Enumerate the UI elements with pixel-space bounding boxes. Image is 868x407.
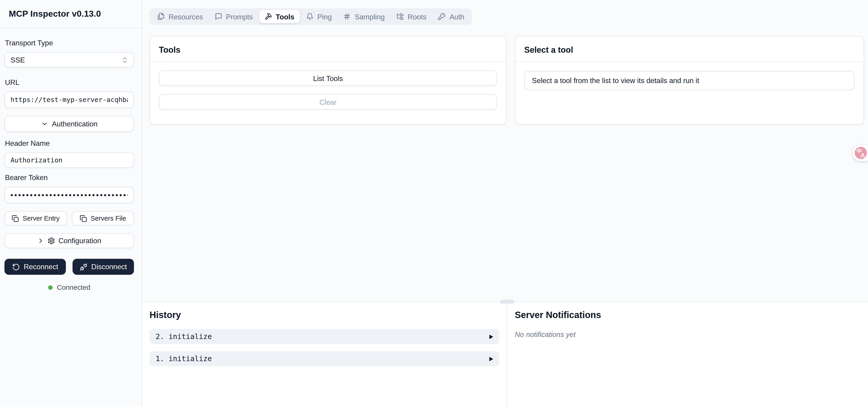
bottom-pane: History 2. initialize 1. initialize Serv… — [142, 302, 868, 407]
chevron-down-icon — [41, 120, 48, 127]
translate-icon: 中 A — [855, 147, 867, 159]
tab-ping[interactable]: Ping — [301, 10, 337, 23]
connection-status: Connected — [4, 284, 134, 291]
rotate-ccw-icon — [12, 263, 20, 270]
transport-type-value: SSE — [10, 56, 25, 64]
history-item[interactable]: 2. initialize — [150, 329, 499, 344]
tab-label: Auth — [450, 12, 464, 21]
gear-icon — [48, 237, 55, 244]
chevrons-up-down-icon — [121, 56, 129, 63]
history-item[interactable]: 1. initialize — [150, 351, 499, 367]
tool-detail-panel: Select a tool Select a tool from the lis… — [515, 36, 864, 125]
history-item-label: 2. initialize — [155, 332, 212, 341]
horizontal-split-divider — [142, 301, 868, 302]
status-dot — [48, 285, 53, 290]
tab-label: Ping — [317, 12, 332, 21]
expand-arrow-icon — [489, 356, 493, 361]
tab-label: Sampling — [355, 12, 385, 21]
history-list: 2. initialize 1. initialize — [150, 329, 499, 367]
server-entry-label: Server Entry — [23, 214, 60, 222]
history-item-label: 1. initialize — [155, 354, 212, 363]
hash-icon — [343, 13, 351, 20]
tab-resources[interactable]: Resources — [152, 10, 208, 23]
tab-prompts[interactable]: Prompts — [209, 10, 258, 23]
servers-file-label: Servers File — [91, 214, 126, 222]
bearer-token-label: Bearer Token — [5, 173, 134, 182]
server-notifications-title: Server Notifications — [515, 310, 868, 320]
translate-extension-button[interactable]: 中 A — [852, 145, 868, 161]
tab-label: Roots — [408, 12, 427, 21]
connection-buttons-row: Reconnect Disconnect — [4, 259, 134, 275]
url-label: URL — [5, 78, 134, 86]
status-label: Connected — [57, 284, 91, 291]
servers-file-button[interactable]: Servers File — [71, 211, 134, 225]
tab-label: Resources — [168, 12, 203, 21]
clear-button[interactable]: Clear — [159, 94, 497, 110]
reconnect-label: Reconnect — [24, 263, 58, 271]
tool-detail-empty-message: Select a tool from the list to view its … — [524, 71, 855, 90]
tool-detail-title: Select a tool — [516, 36, 864, 62]
hammer-icon — [265, 13, 272, 20]
server-notifications-panel: Server Notifications No notifications ye… — [507, 302, 868, 407]
header-name-label: Header Name — [5, 139, 134, 147]
tab-roots[interactable]: Roots — [391, 10, 432, 23]
copy-icon — [11, 215, 19, 222]
cards-row: Tools List Tools Clear Select a tool Sel… — [142, 25, 868, 124]
configuration-toggle[interactable]: Configuration — [4, 233, 134, 248]
expand-arrow-icon — [489, 335, 493, 339]
notifications-empty-message: No notifications yet — [515, 330, 868, 338]
tab-label: Prompts — [226, 12, 253, 21]
sidebar: MCP Inspector v0.13.0 Transport Type SSE… — [0, 0, 142, 407]
app-root: MCP Inspector v0.13.0 Transport Type SSE… — [0, 0, 868, 407]
configuration-label: Configuration — [58, 237, 101, 245]
list-tools-button[interactable]: List Tools — [159, 70, 497, 86]
folder-tree-icon — [396, 13, 404, 20]
sidebar-header: MCP Inspector v0.13.0 — [0, 0, 142, 28]
transport-type-label: Transport Type — [5, 39, 134, 47]
transport-type-select[interactable]: SSE — [4, 52, 134, 67]
translate-latin-glyph: A — [861, 152, 865, 158]
bell-icon — [306, 13, 313, 20]
chevron-right-icon — [37, 237, 44, 244]
app-title: MCP Inspector v0.13.0 — [9, 9, 101, 19]
tools-panel-body: List Tools Clear — [150, 62, 506, 118]
tab-tools[interactable]: Tools — [259, 10, 300, 23]
url-input[interactable] — [4, 91, 134, 108]
copy-buttons-row: Server Entry Servers File — [4, 211, 134, 225]
reconnect-button[interactable]: Reconnect — [4, 259, 66, 275]
header-name-input[interactable] — [4, 152, 134, 168]
disconnect-label: Disconnect — [91, 263, 127, 271]
bearer-token-input[interactable] — [4, 186, 134, 203]
tools-panel-title: Tools — [150, 36, 506, 62]
authentication-toggle[interactable]: Authentication — [4, 116, 134, 132]
history-title: History — [150, 310, 499, 320]
message-square-icon — [215, 13, 222, 20]
sidebar-body: Transport Type SSE URL Authentication He… — [0, 28, 142, 292]
history-panel: History 2. initialize 1. initialize — [142, 302, 507, 407]
unplug-icon — [80, 263, 87, 270]
tab-label: Tools — [276, 12, 294, 21]
top-pane: Resources Prompts Tools Ping Sampling — [142, 0, 868, 301]
authentication-toggle-label: Authentication — [52, 120, 98, 128]
key-icon — [438, 13, 445, 20]
tools-panel: Tools List Tools Clear — [150, 36, 506, 125]
tab-auth[interactable]: Auth — [433, 10, 470, 23]
copy-icon — [80, 215, 87, 222]
split-drag-handle[interactable] — [500, 300, 514, 304]
disconnect-button[interactable]: Disconnect — [72, 259, 134, 275]
tab-sampling[interactable]: Sampling — [338, 10, 390, 23]
server-entry-button[interactable]: Server Entry — [4, 211, 67, 225]
files-icon — [157, 13, 165, 20]
tab-bar: Resources Prompts Tools Ping Sampling — [150, 8, 472, 25]
main-area: Resources Prompts Tools Ping Sampling — [142, 0, 868, 407]
